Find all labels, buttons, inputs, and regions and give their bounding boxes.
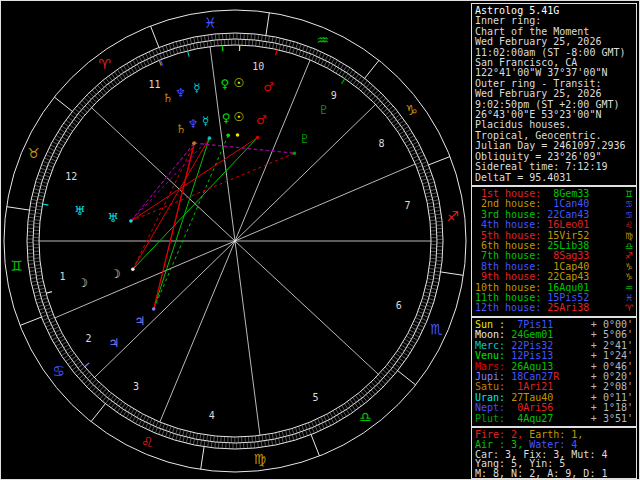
planet-glyph-outer-uran: ♅ bbox=[74, 204, 85, 218]
planet-glyph-outer-mars: ♂ bbox=[263, 80, 274, 94]
house-number-8: 8 bbox=[379, 138, 385, 149]
planet-dot-mars bbox=[256, 136, 260, 140]
chart-wheel: ♈♉♊♋♌♍♎♏♐♑♒♓123456789101112♆♄♅☽♃♇♂☉♀☿♆♄♅… bbox=[1, 1, 469, 480]
astrolog-window: ♈♉♊♋♌♍♎♏♐♑♒♓123456789101112♆♄♅☽♃♇♂☉♀☿♆♄♅… bbox=[0, 0, 640, 480]
house-row: 12th house: 25Ari38♈ bbox=[475, 303, 633, 313]
planet-position: 4Aqu27 bbox=[511, 414, 553, 424]
aspect-Merc-sex-Uran bbox=[131, 138, 209, 221]
retrograde-flag bbox=[553, 414, 559, 424]
element-line: M: 8, N: 2, A: 9, D: 1 bbox=[475, 469, 633, 479]
planet-dot-sun bbox=[236, 133, 240, 137]
sign-glyph-leo: ♌ bbox=[141, 434, 154, 450]
sign-glyph-vir: ♍ bbox=[625, 231, 633, 241]
sign-glyph-sag: ♐ bbox=[625, 251, 633, 261]
house-number-1: 1 bbox=[60, 271, 66, 282]
planet-glyph-inner-sun: ☉ bbox=[234, 110, 245, 124]
planet-glyph-outer-venu: ♀ bbox=[220, 77, 229, 91]
house-number-10: 10 bbox=[252, 61, 264, 72]
house-number-12: 12 bbox=[65, 171, 77, 182]
element-text: M: 8, N: 2, A: 9, D: 1 bbox=[475, 469, 607, 479]
sign-glyph-cap: ♑ bbox=[405, 102, 418, 118]
house-number-5: 5 bbox=[312, 392, 318, 403]
planet-glyph-inner-merc: ☿ bbox=[202, 114, 209, 128]
houses-panel: 1st house: 8Gem33♊ 2nd house: 1Can40♋ 3r… bbox=[471, 186, 637, 317]
sign-glyph-gem: ♊ bbox=[625, 189, 633, 199]
planet-glyph-inner-jupi: ♃ bbox=[134, 314, 145, 328]
planet-dot-plut bbox=[293, 151, 297, 155]
sign-glyph-pis: ♓ bbox=[204, 15, 217, 31]
sign-glyph-tau: ♉ bbox=[28, 145, 41, 161]
aspect-Uran-squ-Plut bbox=[131, 153, 295, 221]
house-number-9: 9 bbox=[331, 90, 337, 101]
sign-glyph-aqu: ♒ bbox=[625, 283, 633, 293]
info-line: DeltaT = 95.4031 bbox=[475, 173, 633, 183]
planet-glyph-outer-merc: ☿ bbox=[193, 81, 200, 95]
planet-glyph-inner-plut: ♇ bbox=[299, 132, 310, 146]
sign-glyph-gem: ♊ bbox=[11, 258, 24, 274]
sign-glyph-sag: ♐ bbox=[447, 208, 460, 224]
house-number-4: 4 bbox=[209, 410, 215, 421]
aspect-Venu-tri-Jupi bbox=[154, 135, 229, 309]
planet-glyph-inner-nept: ♆ bbox=[188, 117, 199, 131]
planet-glyph-outer-moon: ☽ bbox=[77, 276, 88, 290]
planet-glyph-inner-moon: ☽ bbox=[110, 267, 121, 281]
planet-dot-venu bbox=[226, 133, 230, 137]
planet-dot-uran bbox=[129, 219, 133, 223]
sign-glyph-vir: ♍ bbox=[253, 451, 266, 467]
sign-glyph-aqu: ♒ bbox=[316, 32, 329, 48]
planet-latitude: + 3°51' bbox=[591, 414, 633, 424]
planet-glyph-inner-mars: ♂ bbox=[256, 113, 267, 127]
planet-glyph-outer-satu: ♄ bbox=[163, 91, 174, 105]
planet-glyph-inner-satu: ♄ bbox=[176, 122, 187, 136]
planet-glyph-outer-sun: ☉ bbox=[233, 76, 244, 90]
sign-glyph-lib: ♎ bbox=[625, 241, 633, 251]
house-number-6: 6 bbox=[396, 300, 402, 311]
planet-glyph-inner-uran: ♅ bbox=[108, 211, 119, 225]
sign-glyph-pis: ♓ bbox=[625, 293, 633, 303]
sign-glyph-cap: ♑ bbox=[625, 272, 633, 282]
house-cusp-lines bbox=[39, 47, 431, 436]
sign-glyph-can: ♋ bbox=[625, 199, 633, 209]
planet-label: Plut: bbox=[475, 414, 511, 424]
aspect-lines bbox=[131, 135, 295, 309]
planet-row: Plut: 4Aqu27 + 3°51' bbox=[475, 414, 633, 424]
sign-glyph-lib: ♎ bbox=[359, 409, 372, 425]
planets-panel: Sun : 7Pis11 + 0°00'Moon: 24Gem01 + 5°06… bbox=[471, 317, 637, 427]
planet-dot-satu bbox=[192, 141, 196, 145]
planet-glyph-inner-venu: ♀ bbox=[222, 111, 231, 125]
aspect-Merc-tri-Jupi bbox=[154, 138, 210, 309]
planet-glyph-outer-jupi: ♃ bbox=[108, 336, 119, 350]
house-number-7: 7 bbox=[404, 200, 410, 211]
aspect-Mars-squ-Uran bbox=[131, 137, 258, 221]
house-number-2: 2 bbox=[85, 333, 91, 344]
sign-glyph-cap: ♑ bbox=[625, 262, 633, 272]
inner-ring-planets: ♆♄♅☽♃♇♂☉♀☿ bbox=[108, 110, 310, 327]
sign-glyph-sco: ♏ bbox=[430, 321, 443, 337]
aspect-Moon-squ-Nept bbox=[133, 143, 195, 269]
sign-glyph-can: ♋ bbox=[52, 363, 65, 379]
house-number-11: 11 bbox=[149, 79, 161, 90]
house-cusp-value: 25Ari38 bbox=[547, 303, 589, 313]
sign-glyph-ari: ♈ bbox=[625, 303, 633, 313]
info-line: Sidereal time: 7:12:19 bbox=[475, 162, 633, 172]
sign-glyph-ari: ♈ bbox=[98, 56, 111, 72]
sign-glyph-can: ♋ bbox=[625, 210, 633, 220]
house-label: 12th house: bbox=[475, 303, 547, 313]
planet-dot-merc bbox=[208, 136, 212, 140]
sidebar: Astrolog 5.41GInner ring:Chart of the Mo… bbox=[469, 1, 640, 480]
info-text: Sidereal time: 7:12:19 bbox=[475, 162, 607, 172]
planet-glyph-outer-nept: ♆ bbox=[175, 86, 186, 100]
aspect-Moon-tri-Mars bbox=[133, 137, 258, 269]
chart-info-panel: Astrolog 5.41GInner ring:Chart of the Mo… bbox=[471, 3, 637, 186]
planet-dot-moon bbox=[131, 267, 135, 271]
planet-glyph-outer-plut: ♇ bbox=[318, 103, 329, 117]
planet-dot-jupi bbox=[152, 307, 156, 311]
element-summary-panel: Fire: 2, Earth: 1,Air : 3, Water: 4Car: … bbox=[471, 427, 637, 479]
info-text: DeltaT = 95.4031 bbox=[475, 173, 571, 183]
house-number-3: 3 bbox=[133, 381, 139, 392]
sign-glyph-leo: ♌ bbox=[625, 220, 633, 230]
